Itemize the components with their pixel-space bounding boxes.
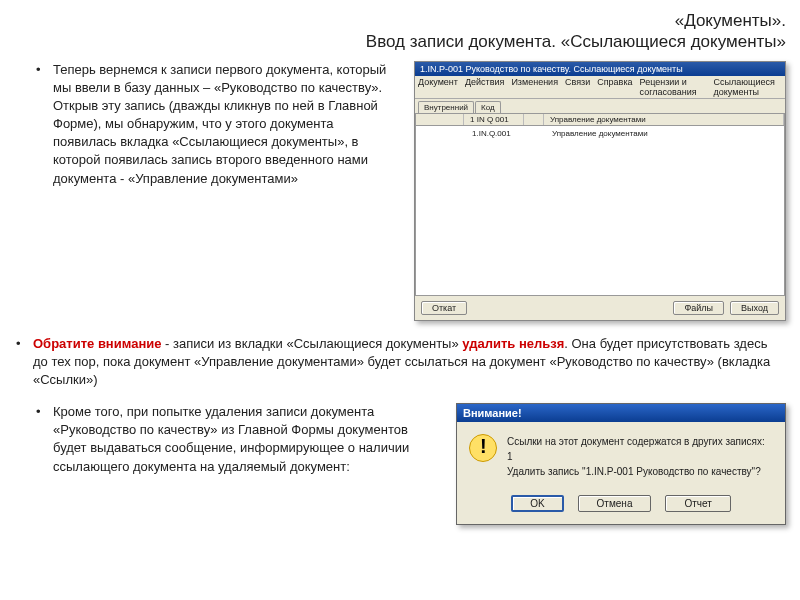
bullet-dot-icon [16, 343, 23, 344]
title-line2: Ввод записи документа. «Ссылающиеся доку… [366, 32, 786, 51]
menu-item[interactable]: Документ [418, 77, 458, 97]
bullet-2: Обратите внимание - записи из вкладки «С… [16, 335, 780, 390]
dialog-buttons: OK Отмена Отчет [457, 487, 785, 524]
bullet-dot-icon [36, 411, 43, 412]
exit-button[interactable]: Выход [730, 301, 779, 315]
menu-item[interactable]: Изменения [511, 77, 558, 97]
menu-item[interactable]: Рецензии и согласования [640, 77, 707, 97]
note-strong2: удалить нельзя [462, 336, 564, 351]
warning-icon [469, 434, 497, 462]
dialog-text: Ссылки на этот документ содержатся в дру… [507, 434, 773, 479]
tab[interactable]: Внутренний [418, 101, 474, 113]
list-header: 1 IN Q 001 Управление документами [415, 113, 785, 126]
para-1: Теперь вернемся к записи первого докумен… [53, 61, 400, 188]
menu-item[interactable]: Действия [465, 77, 504, 97]
para-3: Кроме того, при попытке удаления записи … [53, 403, 436, 476]
app-tabstrip: Внутренний Код [415, 99, 785, 113]
slide-title: «Документы». Ввод записи документа. «Ссы… [14, 10, 786, 53]
dialog-title: Внимание! [457, 404, 785, 422]
files-button[interactable]: Файлы [673, 301, 724, 315]
note-paragraph: Обратите внимание - записи из вкладки «С… [33, 335, 780, 390]
menu-item[interactable]: Ссылающиеся документы [714, 77, 782, 97]
ok-button[interactable]: OK [511, 495, 563, 512]
app-menubar: Документ Действия Изменения Связи Справк… [415, 76, 785, 99]
list-area: 1.IN.Q.001 Управление документами [415, 126, 785, 296]
app-bottombar: Откат Файлы Выход [415, 296, 785, 320]
rollback-button[interactable]: Откат [421, 301, 467, 315]
note-lead: Обратите внимание [33, 336, 161, 351]
report-button[interactable]: Отчет [665, 495, 730, 512]
bullet-dot-icon [36, 69, 43, 70]
title-line1: «Документы». [675, 11, 786, 30]
app-titlebar: 1.IN.P-001 Руководство по качеству. Ссыл… [415, 62, 785, 76]
app-window-screenshot: 1.IN.P-001 Руководство по качеству. Ссыл… [414, 61, 786, 321]
list-row[interactable]: 1.IN.Q.001 Управление документами [418, 128, 782, 139]
bullet-1: Теперь вернемся к записи первого докумен… [36, 61, 400, 188]
cancel-button[interactable]: Отмена [578, 495, 652, 512]
tab[interactable]: Код [475, 101, 501, 113]
warning-dialog-screenshot: Внимание! Ссылки на этот документ содерж… [456, 403, 786, 525]
menu-item[interactable]: Связи [565, 77, 590, 97]
menu-item[interactable]: Справка [597, 77, 632, 97]
bullet-3: Кроме того, при попытке удаления записи … [36, 403, 436, 476]
